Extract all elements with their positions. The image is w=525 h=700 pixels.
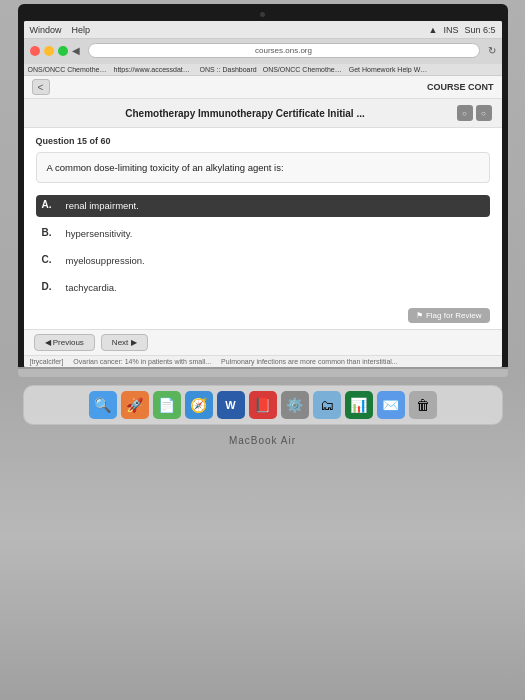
answer-option-b[interactable]: B. hypersensitivity. [36, 223, 490, 244]
bookmark-1[interactable]: ONS/ONCC Chemotherapy Im... [28, 66, 108, 73]
dock-icon-folder[interactable]: 🗂 [313, 391, 341, 419]
option-text-a: renal impairment. [66, 199, 139, 212]
url-text: courses.ons.org [255, 46, 312, 55]
option-letter-c: C. [42, 254, 58, 265]
battery-indicator: INS [443, 25, 458, 35]
dock-icon-settings[interactable]: ⚙️ [281, 391, 309, 419]
back-page-button[interactable]: < [32, 79, 50, 95]
bookmarks-bar: ONS/ONCC Chemotherapy Im... https://www.… [24, 64, 502, 76]
dock-icon-files[interactable]: 📄 [153, 391, 181, 419]
dock-icon-mail[interactable]: ✉️ [377, 391, 405, 419]
screen-bezel: Window Help ▲ INS Sun 6:5 ◀ courses. [18, 4, 508, 367]
dock-bar: 🔍 🚀 📄 🧭 W 📕 ⚙️ 🗂 📊 ✉️ 🗑 [23, 385, 503, 425]
bookmark-4[interactable]: ONS/ONCC Chemotherapy Im... [263, 66, 343, 73]
quiz-icon-1[interactable]: ○ [457, 105, 473, 121]
flag-review-button[interactable]: ⚑ Flag for Review [408, 308, 490, 323]
dock-icon-safari[interactable]: 🧭 [185, 391, 213, 419]
window-menu[interactable]: Window [30, 25, 62, 35]
info-text-1: [trycalcifer] [30, 358, 64, 365]
dock-icon-excel[interactable]: 📊 [345, 391, 373, 419]
mac-topbar: Window Help ▲ INS Sun 6:5 [24, 21, 502, 39]
question-text: A common dose-limiting toxicity of an al… [47, 161, 479, 174]
question-area: Question 15 of 60 A common dose-limiting… [24, 128, 502, 195]
info-text-3: Pulmonary infections are more common tha… [221, 358, 398, 365]
dock-icon-trash[interactable]: 🗑 [409, 391, 437, 419]
refresh-button[interactable]: ↻ [488, 45, 496, 56]
camera-dot [260, 12, 265, 17]
flag-area: ⚑ Flag for Review [24, 304, 502, 329]
close-button[interactable] [30, 46, 40, 56]
answer-option-c[interactable]: C. myelosuppression. [36, 250, 490, 271]
help-menu[interactable]: Help [72, 25, 91, 35]
option-text-d: tachycardia. [66, 281, 117, 294]
page-header: < COURSE CONT [24, 76, 502, 99]
option-text-c: myelosuppression. [66, 254, 145, 267]
answer-option-a[interactable]: A. renal impairment. [36, 195, 490, 216]
macbook-label: MacBook Air [229, 435, 296, 446]
question-number: Question 15 of 60 [36, 136, 490, 146]
quiz-icon-group: ○ ○ [457, 105, 492, 121]
address-bar[interactable]: courses.ons.org [88, 43, 480, 58]
browser-chrome: ◀ courses.ons.org ↻ [24, 39, 502, 64]
nav-buttons: ◀ Previous Next ▶ [24, 329, 502, 355]
quiz-title: Chemotherapy Immunotherapy Certificate I… [34, 108, 457, 119]
browser-controls: ◀ courses.ons.org ↻ [30, 43, 496, 58]
time-display: Sun 6:5 [464, 25, 495, 35]
wifi-icon: ▲ [429, 25, 438, 35]
dock-icon-word[interactable]: W [217, 391, 245, 419]
next-button[interactable]: Next ▶ [101, 334, 148, 351]
dock-icon-launchpad[interactable]: 🚀 [121, 391, 149, 419]
option-letter-a: A. [42, 199, 58, 210]
bookmark-3[interactable]: ONS :: Dashboard [200, 66, 257, 73]
option-text-b: hypersensitivity. [66, 227, 133, 240]
quiz-title-bar: Chemotherapy Immunotherapy Certificate I… [24, 99, 502, 128]
laptop-outer: Window Help ▲ INS Sun 6:5 ◀ courses. [0, 0, 525, 700]
laptop-bottom [18, 367, 508, 377]
course-cont-label: COURSE CONT [427, 82, 494, 92]
flag-review-label: Flag for Review [426, 311, 482, 320]
dock-icon-finder[interactable]: 🔍 [89, 391, 117, 419]
info-text-2: Ovarian cancer: 14% in patients with sma… [73, 358, 211, 365]
answer-option-d[interactable]: D. tachycardia. [36, 277, 490, 298]
bookmark-5[interactable]: Get Homework Help W/O... [349, 66, 429, 73]
info-bar: [trycalcifer] Ovarian cancer: 14% in pat… [24, 355, 502, 367]
option-letter-d: D. [42, 281, 58, 292]
mac-topbar-left: Window Help [30, 25, 91, 35]
minimize-button[interactable] [44, 46, 54, 56]
previous-button[interactable]: ◀ Previous [34, 334, 95, 351]
trackpad-area: 🔍 🚀 📄 🧭 W 📕 ⚙️ 🗂 📊 ✉️ 🗑 MacBook Air [0, 377, 525, 700]
back-nav-icon[interactable]: ◀ [72, 45, 80, 56]
flag-icon: ⚑ [416, 311, 423, 320]
screen: Window Help ▲ INS Sun 6:5 ◀ courses. [24, 21, 502, 367]
bookmark-2[interactable]: https://www.accessdata.fda.go... [114, 66, 194, 73]
quiz-icon-2[interactable]: ○ [476, 105, 492, 121]
question-box: A common dose-limiting toxicity of an al… [36, 152, 490, 183]
dock-icon-pdf[interactable]: 📕 [249, 391, 277, 419]
quiz-container: Chemotherapy Immunotherapy Certificate I… [24, 99, 502, 367]
mac-topbar-right: ▲ INS Sun 6:5 [429, 25, 496, 35]
maximize-button[interactable] [58, 46, 68, 56]
answer-options: A. renal impairment. B. hypersensitivity… [24, 195, 502, 298]
option-letter-b: B. [42, 227, 58, 238]
